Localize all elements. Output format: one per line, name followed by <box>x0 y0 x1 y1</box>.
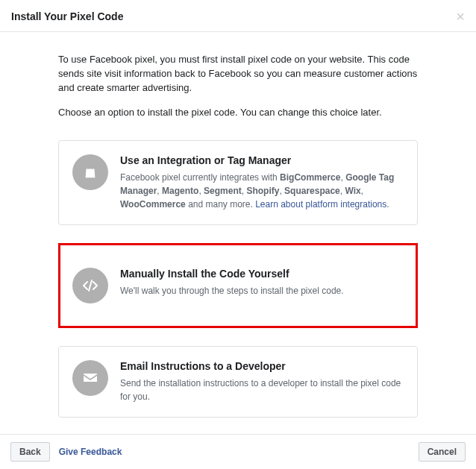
platform-shopify: Shopify <box>246 186 279 196</box>
cancel-button[interactable]: Cancel <box>419 442 466 462</box>
intro-text: To use Facebook pixel, you must first in… <box>58 53 418 95</box>
integration-desc-suffix: and many more. <box>186 199 255 210</box>
option-email[interactable]: Email Instructions to a Developer Send t… <box>58 346 418 418</box>
modal-header: Install Your Pixel Code × <box>0 0 476 32</box>
platform-bigcommerce: BigCommerce <box>280 172 340 183</box>
bag-icon <box>72 154 108 190</box>
platform-magento: Magento <box>162 186 198 196</box>
option-integration-title: Use an Integration or Tag Manager <box>120 154 402 166</box>
close-icon[interactable]: × <box>456 9 465 24</box>
option-integration[interactable]: Use an Integration or Tag Manager Facebo… <box>58 140 418 225</box>
option-integration-content: Use an Integration or Tag Manager Facebo… <box>120 154 402 211</box>
install-pixel-modal: Install Your Pixel Code × To use Faceboo… <box>0 0 476 469</box>
modal-title: Install Your Pixel Code <box>11 10 123 22</box>
platform-wix: Wix <box>345 186 360 196</box>
integration-desc-prefix: Facebook pixel currently integrates with <box>120 172 280 183</box>
envelope-icon <box>72 360 108 396</box>
option-manual-title: Manually Install the Code Yourself <box>120 268 402 280</box>
option-manual-content: Manually Install the Code Yourself We'll… <box>120 268 402 303</box>
learn-integrations-link[interactable]: Learn about platform integrations <box>255 199 386 210</box>
platform-segment: Segment <box>204 186 242 196</box>
option-integration-desc: Facebook pixel currently integrates with… <box>120 171 402 211</box>
modal-body: To use Facebook pixel, you must first in… <box>0 32 476 434</box>
platform-squarespace: Squarespace <box>284 186 340 196</box>
platform-woocommerce: WooCommerce <box>120 199 186 210</box>
choose-text: Choose an option to install the pixel co… <box>58 106 418 120</box>
svg-line-0 <box>89 280 92 291</box>
option-email-desc: Send the installation instructions to a … <box>120 377 402 403</box>
modal-footer: Back Give Feedback Cancel <box>0 434 476 469</box>
code-icon <box>72 268 108 303</box>
option-email-content: Email Instructions to a Developer Send t… <box>120 360 402 403</box>
back-button[interactable]: Back <box>10 442 50 462</box>
feedback-link[interactable]: Give Feedback <box>59 447 122 457</box>
option-email-title: Email Instructions to a Developer <box>120 360 402 372</box>
option-manual[interactable]: Manually Install the Code Yourself We'll… <box>58 243 418 328</box>
option-manual-desc: We'll walk you through the steps to inst… <box>120 284 402 298</box>
